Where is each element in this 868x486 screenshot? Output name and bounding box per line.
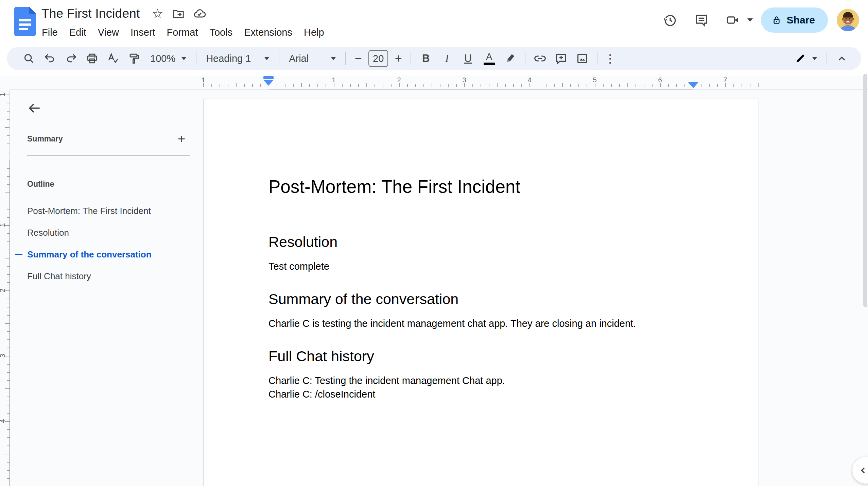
doc-paragraph[interactable]: Charlie C: Testing the incident manageme… [268,374,694,401]
ruler-tick [456,84,457,87]
italic-button[interactable]: I [436,49,457,68]
ruler-tick [652,84,653,87]
styles-select[interactable]: Heading 1 [201,49,275,68]
move-folder-icon[interactable] [170,5,187,22]
ruler-tick [717,84,718,87]
search-menus-icon[interactable] [18,49,39,68]
cloud-saved-icon[interactable] [191,5,208,22]
font-caret-icon [331,57,336,60]
video-call-icon[interactable] [719,7,746,33]
ruler-tick [513,84,514,87]
header-right: Share [657,7,859,33]
menu-format[interactable]: Format [161,24,204,40]
docs-logo-icon[interactable] [14,7,36,36]
doc-paragraph-line: Charlie C: Testing the incident manageme… [268,374,694,387]
meet-dropdown-caret-icon[interactable] [747,18,753,22]
menu-file[interactable]: File [36,24,64,40]
spellcheck-icon[interactable] [103,49,124,68]
pencil-icon [795,53,806,64]
ruler-tick [481,84,481,87]
ruler-number: 4 [527,76,531,84]
menu-insert[interactable]: Insert [125,24,161,40]
add-summary-button[interactable]: + [173,131,190,147]
add-comment-icon[interactable] [551,49,572,68]
undo-icon[interactable] [39,49,60,68]
doc-content[interactable]: Post-Mortem: The First Incident Resoluti… [268,99,694,418]
ruler-tick [326,84,326,87]
outline-item[interactable]: Full Chat history [10,265,201,287]
doc-heading-2[interactable]: Summary of the conversation [268,290,694,308]
text-color-button[interactable]: A [479,49,500,68]
menu-extensions[interactable]: Extensions [238,24,298,40]
insert-image-icon[interactable] [572,49,593,68]
outline-item[interactable]: Summary of the conversation [10,244,201,265]
document-title[interactable]: The First Incident [41,6,140,21]
zoom-select[interactable]: 100% [145,49,192,68]
close-outline-back-icon[interactable] [25,99,44,118]
bold-button[interactable]: B [415,49,436,68]
ruler-tick [285,84,285,87]
highlight-color-icon[interactable] [500,49,521,68]
font-size-input[interactable]: 20 [368,50,388,67]
print-icon[interactable] [82,49,103,68]
doc-paragraph[interactable]: Charlie C is testing the incident manage… [268,317,694,330]
menu-view[interactable]: View [92,24,125,40]
ruler-tick [472,84,473,87]
menu-edit[interactable]: Edit [64,24,92,40]
comments-icon[interactable] [688,7,715,33]
doc-heading-2[interactable]: Resolution [268,233,694,251]
ruler-tick [293,84,294,87]
redo-icon[interactable] [60,49,82,68]
ruler-tick [619,84,620,87]
toolbar-divider [345,52,346,65]
star-icon[interactable]: ☆ [149,5,166,22]
version-history-icon[interactable] [657,7,683,33]
ruler-tick [684,84,685,87]
doc-heading-2[interactable]: Full Chat history [268,347,694,365]
show-side-panel-button[interactable] [852,457,868,484]
doc-paragraph-line: Charlie C is testing the incident manage… [268,317,694,330]
font-select[interactable]: Arial [283,49,341,68]
ruler-tick [236,83,237,87]
increase-font-size-button[interactable]: + [390,49,406,68]
vertical-scrollbar[interactable] [863,74,867,307]
chevron-left-icon [857,464,868,476]
more-options-button[interactable]: ⋮ [602,49,619,68]
meet-controls[interactable] [719,7,753,33]
google-docs-app: The First Incident ☆ [0,0,868,486]
summary-row: Summary + [27,131,190,147]
ruler-line-content [268,89,693,89]
right-indent-marker[interactable] [688,82,698,88]
paint-format-icon[interactable] [124,49,145,68]
ruler-tick [709,84,710,87]
doc-paragraph[interactable]: Test complete [268,259,694,273]
ruler-tick [211,84,212,87]
doc-heading-1[interactable]: Post-Mortem: The First Incident [268,176,694,198]
ruler-number: 7 [723,76,727,84]
toolbar-divider [597,52,597,65]
zoom-caret-icon [181,57,186,60]
first-line-indent-marker[interactable] [263,76,274,79]
menu-help[interactable]: Help [298,24,330,40]
account-avatar[interactable] [837,9,859,31]
insert-link-icon[interactable] [530,49,551,68]
hide-menus-button[interactable] [831,49,852,68]
outline-item[interactable]: Post-Mortem: The First Incident [10,200,201,222]
right-indent-triangle[interactable] [688,82,698,88]
share-button[interactable]: Share [761,7,828,33]
styles-value: Heading 1 [206,53,251,64]
decrease-font-size-button[interactable]: − [350,49,366,68]
outline-item[interactable]: Resolution [10,222,201,244]
underline-button[interactable]: U [457,49,479,68]
toolbar-divider [279,52,279,65]
ruler-tick [252,84,253,87]
left-indent-marker[interactable] [263,76,274,86]
menu-tools[interactable]: Tools [204,24,238,40]
document-page[interactable]: Post-Mortem: The First Incident Resoluti… [203,99,759,486]
styles-caret-icon [264,57,269,60]
horizontal-ruler[interactable]: 11234567 [0,76,868,90]
editing-mode-select[interactable] [789,49,822,68]
ruler-tick [570,84,571,87]
left-indent-triangle[interactable] [263,80,274,86]
ruler-tick [693,83,693,87]
